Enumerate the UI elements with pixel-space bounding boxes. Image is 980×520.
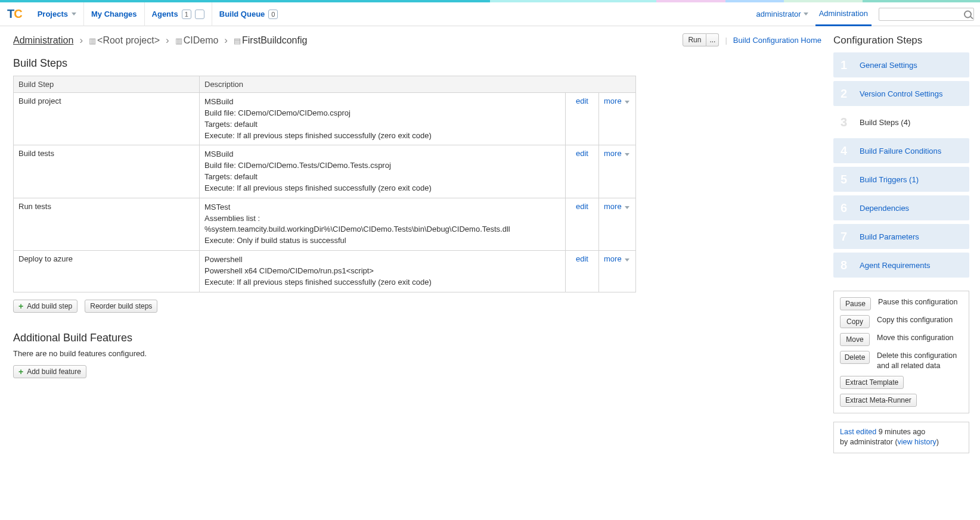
edit-link[interactable]: edit — [576, 202, 588, 211]
nav-user[interactable]: administrator — [756, 10, 808, 18]
crumb-administration[interactable]: Administration — [13, 35, 73, 46]
last-edited-by: by administrator ( — [840, 438, 898, 446]
config-step-label: Build Parameters — [860, 232, 919, 241]
step-desc-line: Build file: CIDemo/CIDemo/CIDemo.csproj — [204, 108, 560, 119]
build-steps-table: Build Step Description Build projectMSBu… — [13, 76, 636, 292]
step-desc-line: Powershell x64 CIDemo/CIDemo/run.ps1<scr… — [204, 266, 560, 277]
search-icon — [964, 10, 972, 18]
config-step-label: Dependencies — [860, 204, 909, 213]
breadcrumb: Administration ▥<Root project> ▥CIDemo ▤… — [13, 35, 683, 46]
crumb-project[interactable]: CIDemo — [184, 35, 219, 45]
project-icon: ▥ — [89, 36, 96, 45]
config-step-item[interactable]: 7Build Parameters — [833, 224, 969, 249]
config-step-label: Build Failure Conditions — [860, 147, 941, 155]
config-step-item[interactable]: 6Dependencies — [833, 195, 969, 220]
pause-label: Pause this configuration — [878, 297, 957, 307]
col-build-step: Build Step — [14, 76, 200, 93]
nav-my-changes-label: My Changes — [91, 10, 137, 18]
config-step-item[interactable]: 2Version Control Settings — [833, 81, 969, 106]
step-desc-line: Build file: CIDemo/CIDemo.Tests/CIDemo.T… — [204, 160, 560, 172]
nav-user-label: administrator — [756, 10, 801, 18]
build-config-home-link[interactable]: Build Configuration Home — [733, 36, 821, 45]
search-input[interactable] — [879, 8, 974, 21]
step-desc-line: Targets: default — [204, 119, 560, 130]
config-step-item[interactable]: 4Build Failure Conditions — [833, 138, 969, 163]
logo[interactable]: TC — [7, 7, 22, 21]
step-desc-line: Targets: default — [204, 172, 560, 183]
last-edited-box: Last edited 9 minutes ago by administrat… — [833, 422, 969, 453]
run-more-button[interactable]: ... — [706, 33, 719, 46]
run-button-group: Run ... — [683, 33, 719, 46]
reorder-steps-button[interactable]: Reorder build steps — [85, 300, 157, 313]
step-name: Run tests — [14, 198, 200, 250]
config-step-item[interactable]: 3Build Steps (4) — [833, 110, 969, 135]
move-button[interactable]: Move — [840, 333, 870, 346]
edit-link[interactable]: edit — [576, 254, 588, 263]
more-link[interactable]: more — [604, 149, 622, 158]
more-link[interactable]: more — [604, 96, 622, 105]
config-step-number: 2 — [841, 87, 854, 101]
delete-button[interactable]: Delete — [840, 351, 870, 364]
chevron-down-icon — [804, 13, 808, 15]
config-step-number: 3 — [841, 116, 854, 129]
add-build-step-button[interactable]: Add build step — [13, 300, 77, 313]
chevron-down-icon — [625, 101, 629, 104]
extract-meta-runner-button[interactable]: Extract Meta-Runner — [840, 394, 917, 407]
step-name: Deploy to azure — [14, 251, 200, 292]
build-steps-title: Build Steps — [13, 57, 821, 70]
edit-link[interactable]: edit — [576, 96, 588, 105]
nav-agents[interactable]: Agents 1 — [145, 2, 212, 26]
pause-button[interactable]: Pause — [840, 297, 871, 310]
nav-administration[interactable]: Administration — [815, 2, 872, 26]
chevron-down-icon — [625, 153, 629, 156]
config-step-label: Version Control Settings — [860, 89, 942, 98]
project-icon: ▥ — [175, 36, 182, 45]
view-history-link[interactable]: view history — [898, 438, 936, 446]
table-row: Build projectMSBuildBuild file: CIDemo/C… — [14, 93, 636, 145]
nav-build-queue[interactable]: Build Queue 0 — [212, 2, 286, 26]
table-row: Deploy to azurePowershellPowershell x64 … — [14, 251, 636, 292]
step-desc-line: Execute: If all previous steps finished … — [204, 130, 560, 142]
step-name: Build tests — [14, 145, 200, 198]
step-edit-cell: edit — [566, 93, 599, 145]
step-description: MSBuildBuild file: CIDemo/CIDemo/CIDemo.… — [200, 93, 566, 145]
nav-projects[interactable]: Projects — [30, 2, 84, 26]
step-more-cell: more — [599, 93, 636, 145]
agents-count: 1 — [182, 10, 191, 19]
config-step-number: 7 — [841, 230, 854, 244]
table-row: Run testsMSTestAssemblies list : %system… — [14, 198, 636, 250]
config-actions-box: Pause Pause this configuration Copy Copy… — [833, 291, 969, 413]
nav-my-changes[interactable]: My Changes — [84, 2, 145, 26]
chevron-down-icon — [72, 13, 76, 15]
more-link[interactable]: more — [604, 254, 622, 263]
crumb-root[interactable]: <Root project> — [97, 35, 160, 45]
last-edited-time: 9 minutes ago — [879, 428, 926, 436]
config-step-label: Build Steps (4) — [860, 118, 910, 127]
build-features-empty: There are no build features configured. — [13, 349, 821, 358]
config-step-item[interactable]: 5Build Triggers (1) — [833, 167, 969, 192]
config-step-number: 6 — [841, 201, 854, 215]
config-step-label: Build Triggers (1) — [860, 175, 919, 184]
add-build-feature-button[interactable]: Add build feature — [13, 365, 86, 378]
copy-button[interactable]: Copy — [840, 315, 870, 328]
chevron-down-icon — [625, 206, 629, 209]
agents-square-icon — [195, 10, 204, 19]
step-desc-line: MSBuild — [204, 149, 560, 160]
last-edited-link[interactable]: Last edited — [840, 428, 876, 436]
edit-link[interactable]: edit — [576, 149, 588, 158]
more-link[interactable]: more — [604, 202, 622, 211]
run-button[interactable]: Run — [683, 33, 706, 46]
nav-projects-label: Projects — [38, 10, 68, 18]
config-step-item[interactable]: 8Agent Requirements — [833, 253, 969, 278]
config-steps-list: 1General Settings2Version Control Settin… — [833, 52, 969, 278]
config-step-label: General Settings — [860, 61, 917, 70]
step-desc-line: Powershell — [204, 254, 560, 266]
build-queue-count: 0 — [268, 10, 278, 19]
move-label: Move this configuration — [877, 333, 954, 343]
config-step-item[interactable]: 1General Settings — [833, 52, 969, 77]
extract-template-button[interactable]: Extract Template — [840, 376, 904, 389]
nav-agents-label: Agents — [152, 10, 178, 18]
step-desc-line: Assemblies list : %system.teamcity.build… — [204, 213, 560, 236]
step-description: PowershellPowershell x64 CIDemo/CIDemo/r… — [200, 251, 566, 292]
step-edit-cell: edit — [566, 145, 599, 198]
